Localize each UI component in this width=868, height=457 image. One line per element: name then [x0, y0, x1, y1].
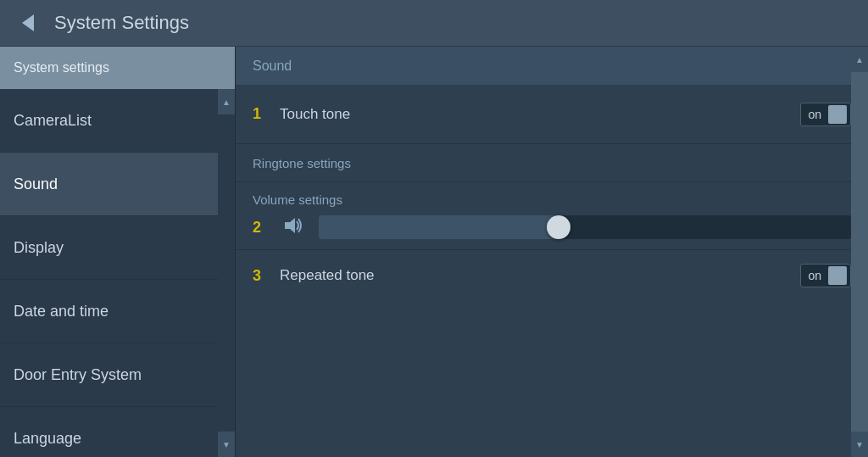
repeated-tone-toggle-handle	[828, 266, 847, 285]
page-title: System Settings	[54, 12, 189, 34]
volume-slider-thumb	[547, 215, 570, 239]
volume-slider[interactable]	[319, 215, 851, 239]
touch-tone-toggle[interactable]: on	[800, 103, 851, 126]
content-scrollbar: ▲ ▼	[851, 47, 868, 457]
content-scroll-thumb	[851, 72, 868, 432]
volume-row: 2	[253, 215, 851, 239]
sidebar-item-sound[interactable]: Sound	[0, 153, 218, 216]
sidebar-item-display[interactable]: Display	[0, 216, 218, 280]
ringtone-header: Ringtone settings	[236, 144, 868, 182]
speaker-icon	[283, 216, 305, 239]
header: System Settings	[0, 0, 868, 47]
sidebar: System settings CameraList Sound Display…	[0, 47, 236, 457]
touch-tone-row: 1 Touch tone on	[236, 85, 868, 144]
sound-section-header: Sound	[236, 47, 868, 85]
sidebar-item-language[interactable]: Language	[0, 407, 218, 457]
repeated-tone-toggle-label: on	[804, 269, 825, 282]
volume-header-label: Volume settings	[253, 192, 851, 207]
touch-tone-number: 1	[253, 105, 270, 123]
back-button[interactable]	[14, 9, 41, 36]
sidebar-scroll-down[interactable]: ▼	[218, 432, 235, 457]
touch-tone-toggle-handle	[828, 105, 847, 124]
volume-section: Volume settings 2	[236, 182, 868, 250]
svg-marker-1	[285, 218, 295, 233]
touch-tone-label: Touch tone	[280, 106, 800, 123]
sidebar-item-cameralist[interactable]: CameraList	[0, 89, 218, 153]
main-layout: System settings CameraList Sound Display…	[0, 47, 868, 457]
volume-slider-fill	[319, 215, 559, 239]
content-area: Sound 1 Touch tone on Ringtone settings …	[236, 47, 868, 457]
sidebar-items: CameraList Sound Display Date and time D…	[0, 89, 235, 457]
sidebar-header-text: System settings	[14, 60, 109, 75]
sidebar-scrollbar: ▲ ▼	[218, 89, 235, 457]
volume-number: 2	[253, 219, 270, 237]
content-scroll-down[interactable]: ▼	[851, 432, 868, 457]
svg-marker-0	[22, 14, 34, 31]
repeated-tone-row: 3 Repeated tone on	[236, 250, 868, 301]
sidebar-header: System settings	[0, 47, 235, 89]
content-scroll-up[interactable]: ▲	[851, 47, 868, 72]
repeated-tone-toggle[interactable]: on	[800, 264, 851, 287]
sidebar-scroll-up[interactable]: ▲	[218, 89, 235, 114]
touch-tone-toggle-label: on	[804, 108, 825, 121]
repeated-tone-number: 3	[253, 267, 270, 285]
sidebar-item-date-and-time[interactable]: Date and time	[0, 280, 218, 343]
repeated-tone-label: Repeated tone	[280, 267, 800, 284]
sidebar-item-door-entry-system[interactable]: Door Entry System	[0, 343, 218, 407]
